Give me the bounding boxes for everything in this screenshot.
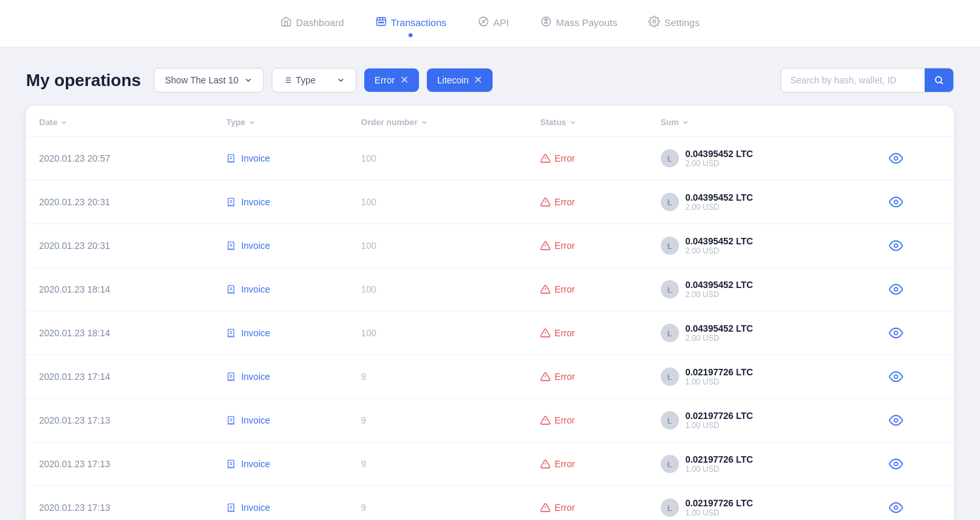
eye-icon[interactable] bbox=[889, 326, 903, 340]
search-input[interactable] bbox=[781, 68, 925, 92]
cell-sum: Ł 0.04395452 LTC 2.00 USD bbox=[648, 268, 876, 311]
table-row: 2020.01.23 20:31 Invoice 100 E bbox=[26, 181, 954, 224]
error-icon bbox=[540, 284, 551, 295]
ltc-coin-icon: Ł bbox=[661, 280, 679, 298]
col-header-sum: Sum bbox=[648, 106, 876, 137]
list-icon bbox=[283, 76, 292, 85]
table-row: 2020.01.23 20:57 Invoice 100 E bbox=[26, 137, 954, 181]
table-row: 2020.01.23 18:14 Invoice 100 E bbox=[26, 268, 954, 311]
cell-view[interactable] bbox=[876, 137, 954, 181]
nav-item-transactions[interactable]: Transactions bbox=[375, 16, 446, 32]
eye-icon[interactable] bbox=[889, 500, 903, 515]
show-last-label: Show The Last 10 bbox=[165, 75, 238, 85]
svg-point-28 bbox=[895, 244, 899, 248]
error-icon bbox=[540, 415, 551, 426]
view-button[interactable] bbox=[889, 151, 941, 166]
ltc-coin-icon: Ł bbox=[661, 498, 679, 517]
view-button[interactable] bbox=[889, 500, 941, 515]
cell-order: 9 bbox=[348, 442, 527, 486]
eye-icon[interactable] bbox=[889, 238, 903, 253]
table-wrap: Date Type Order number bbox=[26, 106, 954, 520]
view-button[interactable] bbox=[889, 413, 941, 427]
chevron-down-icon bbox=[244, 76, 253, 85]
nav-item-dashboard[interactable]: Dashboard bbox=[280, 16, 343, 32]
cell-status: Error bbox=[527, 486, 648, 521]
cell-status: Error bbox=[527, 355, 648, 399]
cell-status: Error bbox=[527, 311, 648, 355]
cell-status: Error bbox=[527, 268, 648, 311]
type-label: Type bbox=[296, 75, 315, 85]
cell-sum: Ł 0.04395452 LTC 2.00 USD bbox=[648, 311, 876, 355]
cell-order: 100 bbox=[348, 224, 527, 268]
eye-icon[interactable] bbox=[889, 282, 903, 296]
invoice-icon bbox=[226, 459, 236, 469]
transactions-table-card: Date Type Order number bbox=[26, 106, 954, 520]
ltc-coin-icon: Ł bbox=[661, 324, 679, 342]
svg-point-3 bbox=[382, 22, 384, 23]
sort-icon-type bbox=[248, 119, 256, 126]
nav-label-dashboard: Dashboard bbox=[296, 17, 343, 28]
cell-type: Invoice bbox=[213, 268, 348, 311]
view-button[interactable] bbox=[889, 326, 941, 340]
cell-sum: Ł 0.02197726 LTC 1.00 USD bbox=[648, 355, 876, 399]
eye-icon[interactable] bbox=[889, 151, 903, 166]
svg-point-33 bbox=[895, 287, 899, 291]
cell-sum: Ł 0.02197726 LTC 1.00 USD bbox=[648, 486, 876, 521]
cell-view[interactable] bbox=[876, 224, 954, 268]
sort-icon-status bbox=[569, 119, 577, 126]
search-button[interactable] bbox=[925, 68, 953, 92]
cell-view[interactable] bbox=[876, 181, 954, 224]
cell-date: 2020.01.23 17:13 bbox=[26, 486, 213, 521]
cell-date: 2020.01.23 20:31 bbox=[26, 181, 213, 224]
col-header-status: Status bbox=[527, 106, 648, 137]
view-button[interactable] bbox=[889, 238, 941, 253]
cell-order: 100 bbox=[348, 137, 527, 181]
svg-point-48 bbox=[895, 418, 899, 422]
cell-view[interactable] bbox=[876, 311, 954, 355]
litecoin-filter-chip[interactable]: Litecoin ✕ bbox=[427, 68, 493, 92]
error-icon bbox=[540, 240, 551, 251]
chevron-down-icon2 bbox=[336, 76, 345, 85]
nav-item-mass-payouts[interactable]: Mass Payouts bbox=[540, 16, 617, 32]
error-icon bbox=[540, 371, 551, 382]
error-icon bbox=[540, 197, 551, 207]
svg-point-43 bbox=[895, 375, 899, 379]
eye-icon[interactable] bbox=[889, 413, 903, 427]
error-chip-close[interactable]: ✕ bbox=[400, 75, 409, 85]
nav-label-api: API bbox=[493, 17, 509, 28]
view-button[interactable] bbox=[889, 369, 941, 384]
invoice-icon bbox=[226, 285, 236, 295]
invoice-icon bbox=[226, 416, 236, 426]
eye-icon[interactable] bbox=[889, 457, 903, 471]
cell-type: Invoice bbox=[213, 224, 348, 268]
type-dropdown[interactable]: Type bbox=[272, 68, 356, 93]
table-row: 2020.01.23 17:13 Invoice 9 Err bbox=[26, 399, 954, 442]
cell-order: 100 bbox=[348, 181, 527, 224]
transactions-icon bbox=[375, 16, 387, 29]
cell-view[interactable] bbox=[876, 355, 954, 399]
litecoin-chip-label: Litecoin bbox=[437, 75, 468, 85]
cell-view[interactable] bbox=[876, 399, 954, 442]
cell-sum: Ł 0.02197726 LTC 1.00 USD bbox=[648, 399, 876, 442]
eye-icon[interactable] bbox=[889, 195, 903, 209]
cell-view[interactable] bbox=[876, 486, 954, 521]
view-button[interactable] bbox=[889, 457, 941, 471]
show-last-dropdown[interactable]: Show The Last 10 bbox=[154, 68, 264, 93]
ltc-coin-icon: Ł bbox=[661, 193, 679, 211]
cell-view[interactable] bbox=[876, 268, 954, 311]
filter-bar: My operations Show The Last 10 Type E bbox=[26, 68, 954, 93]
eye-icon[interactable] bbox=[889, 369, 903, 384]
nav-item-settings[interactable]: Settings bbox=[648, 16, 699, 32]
litecoin-chip-close[interactable]: ✕ bbox=[474, 75, 482, 85]
navbar: Dashboard Transactions bbox=[0, 0, 980, 47]
nav-label-mass-payouts: Mass Payouts bbox=[556, 17, 617, 28]
view-button[interactable] bbox=[889, 282, 941, 296]
nav-item-api[interactable]: API bbox=[478, 16, 509, 32]
error-filter-chip[interactable]: Error ✕ bbox=[364, 68, 419, 92]
cell-type: Invoice bbox=[213, 486, 348, 521]
table-row: 2020.01.23 20:31 Invoice 100 E bbox=[26, 224, 954, 268]
view-button[interactable] bbox=[889, 195, 941, 209]
cell-view[interactable] bbox=[876, 442, 954, 486]
cell-status: Error bbox=[527, 137, 648, 181]
ltc-coin-icon: Ł bbox=[661, 237, 679, 255]
